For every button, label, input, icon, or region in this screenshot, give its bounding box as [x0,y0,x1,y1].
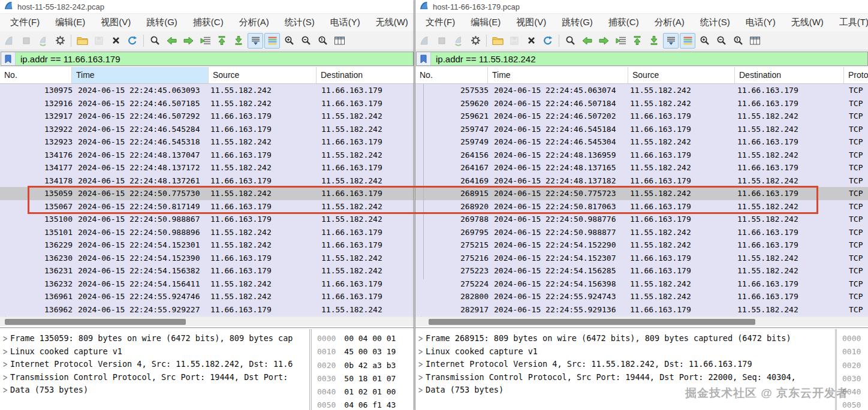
detail-line[interactable]: >Internet Protocol Version 4, Src: 11.55… [415,358,835,371]
packet-row[interactable]: 2689152024-06-15 22:24:50.77572311.55.18… [415,187,868,200]
colorize-icon[interactable] [680,33,695,49]
menu-item[interactable]: 捕获(C) [601,17,647,28]
close-file-icon[interactable] [523,33,539,49]
zoom-in-icon[interactable] [281,33,297,49]
close-file-icon[interactable] [108,33,123,49]
menu-item[interactable]: 跳转(G) [554,17,601,28]
packet-row[interactable]: 2641672024-06-15 22:24:48.13716511.55.18… [415,161,868,174]
open-file-icon[interactable] [490,33,505,49]
scrollbar-thumb[interactable] [5,319,186,325]
menu-item[interactable]: 无线(W) [368,17,414,28]
menu-item[interactable]: 电话(Y) [323,17,368,28]
menu-item[interactable]: 文件(F) [2,17,47,28]
packet-row[interactable]: 2597472024-06-15 22:24:46.54518411.66.16… [415,123,868,136]
go-first-icon[interactable] [214,33,230,49]
auto-scroll-icon[interactable] [663,33,679,49]
packet-row[interactable]: 1341772024-06-15 22:24:48.13717211.55.18… [0,161,414,174]
packet-row[interactable]: 2752162024-06-15 22:24:54.15230711.66.16… [415,252,868,265]
horizontal-scrollbar[interactable] [0,316,414,326]
filter-bookmark-icon[interactable] [417,52,431,65]
detail-line[interactable]: >Frame 135059: 809 bytes on wire (6472 b… [0,332,309,345]
hex-row[interactable]: 003050 18 01 07 [837,372,868,385]
packet-row[interactable]: 1351012024-06-15 22:24:50.98889611.55.18… [0,226,414,239]
zoom-original-icon[interactable] [315,33,330,49]
go-last-icon[interactable] [646,33,662,49]
title-bar[interactable]: host-11-66-163-179.pcap [415,0,868,13]
packet-row[interactable]: 2828002024-06-15 22:24:55.92474311.55.18… [415,290,868,303]
go-forward-icon[interactable] [596,33,611,49]
menu-item[interactable]: 视图(V) [93,17,138,28]
resize-columns-icon[interactable] [331,33,347,49]
hex-row[interactable]: 001045 00 03 19 [312,345,414,358]
detail-line[interactable]: >Data (753 bytes) [0,384,309,397]
hex-row[interactable]: 003050 18 01 07 [312,372,414,385]
filter-input[interactable]: ip.addr == 11.55.182.242 [416,52,868,66]
packet-row[interactable]: 1362302024-06-15 22:24:54.15239011.66.16… [0,252,414,265]
reload-file-icon[interactable] [125,33,140,49]
column-header-no[interactable]: No. [415,67,487,84]
column-header-protocol[interactable]: Protocol [843,67,868,84]
menu-item[interactable]: 分析(A) [231,17,277,28]
detail-line[interactable]: >Transmission Control Protocol, Src Port… [0,371,309,384]
auto-scroll-icon[interactable] [248,33,263,49]
column-header-no[interactable]: No. [0,67,71,84]
hex-row[interactable]: 000000 04 00 01 [312,332,414,345]
packet-row[interactable]: 1351002024-06-15 22:24:50.98886711.66.16… [0,213,414,226]
hex-row[interactable]: 00200b 42 a3 b3 [312,359,414,372]
menu-item[interactable]: 工具(T) [831,17,868,28]
filter-bookmark-icon[interactable] [1,52,16,65]
go-back-icon[interactable] [164,33,179,49]
column-header-source[interactable]: Source [208,67,316,84]
scrollbar-thumb[interactable] [429,319,755,325]
packet-row[interactable]: 2641562024-06-15 22:24:48.13695911.66.16… [415,149,868,162]
packet-row[interactable]: 1341762024-06-15 22:24:48.13704711.66.16… [0,149,414,162]
horizontal-scrollbar[interactable] [415,316,868,326]
reload-file-icon[interactable] [540,33,556,49]
detail-line[interactable]: >Data (753 bytes) [415,384,835,397]
hex-row[interactable]: 004001 02 01 00 [837,385,868,399]
packet-row[interactable]: 2697882024-06-15 22:24:50.98877611.66.16… [415,213,868,226]
detail-line[interactable]: >Internet Protocol Version 4, Src: 11.55… [0,358,309,371]
menu-item[interactable]: 视图(V) [508,17,554,28]
detail-line[interactable]: >Frame 268915: 809 bytes on wire (6472 b… [415,332,835,345]
packet-row[interactable]: 2752152024-06-15 22:24:54.15229011.55.18… [415,239,868,252]
menu-item[interactable]: 捕获(C) [185,17,231,28]
capture-options-icon[interactable] [52,33,68,49]
menu-item[interactable]: 文件(F) [418,17,463,28]
zoom-out-icon[interactable] [298,33,314,49]
packet-row[interactable]: 1329222024-06-15 22:24:46.54528411.66.16… [0,123,414,136]
go-last-icon[interactable] [231,33,246,49]
go-first-icon[interactable] [629,33,645,49]
filter-input[interactable]: ip.addr == 11.66.163.179 [1,52,414,66]
packet-row[interactable]: 1329232024-06-15 22:24:46.54531811.55.18… [0,135,414,149]
packet-row[interactable]: 1369612024-06-15 22:24:55.92474611.55.18… [0,290,414,303]
hex-row[interactable]: 005004 06 f1 43 [837,399,868,410]
column-header-destination[interactable]: Destination [316,67,414,84]
packet-row[interactable]: 2697952024-06-15 22:24:50.98887711.55.18… [415,226,868,239]
detail-line[interactable]: >Linux cooked capture v1 [0,345,309,358]
resize-columns-icon[interactable] [747,33,762,49]
packet-row[interactable]: 1362292024-06-15 22:24:54.15230111.55.18… [0,239,414,252]
menu-item[interactable]: 统计(S) [277,17,323,28]
capture-options-icon[interactable] [468,33,483,49]
menu-item[interactable]: 无线(W) [783,17,831,28]
go-back-icon[interactable] [579,33,595,49]
packet-row[interactable]: 1350592024-06-15 22:24:50.77573011.55.18… [0,187,414,200]
go-to-packet-icon[interactable] [197,33,213,49]
packet-row[interactable]: 2829172024-06-15 22:24:55.92913611.66.16… [415,303,868,316]
packet-row[interactable]: 1341782024-06-15 22:24:48.13726111.66.16… [0,174,414,188]
hex-row[interactable]: 004001 02 01 00 [312,385,414,399]
detail-line[interactable]: >Transmission Control Protocol, Src Port… [415,371,835,384]
hex-row[interactable]: 000000 04 00 01 [837,332,868,345]
column-header-time[interactable]: Time [71,67,208,84]
packet-row[interactable]: 1362322024-06-15 22:24:54.15641111.55.18… [0,278,414,291]
packet-row[interactable]: 2689202024-06-15 22:24:50.81706311.66.16… [415,200,868,213]
packet-row[interactable]: 2641692024-06-15 22:24:48.13718211.66.16… [415,174,868,188]
zoom-original-icon[interactable] [730,33,746,49]
packet-row[interactable]: 2596202024-06-15 22:24:46.50718411.55.18… [415,97,868,110]
colorize-icon[interactable] [264,33,280,49]
hex-row[interactable]: 00200b 42 a3 b3 [837,359,868,372]
packet-row[interactable]: 1329162024-06-15 22:24:46.50718511.55.18… [0,97,414,110]
hex-row[interactable]: 001045 00 03 19 [837,345,868,358]
menu-item[interactable]: 分析(A) [647,17,692,28]
